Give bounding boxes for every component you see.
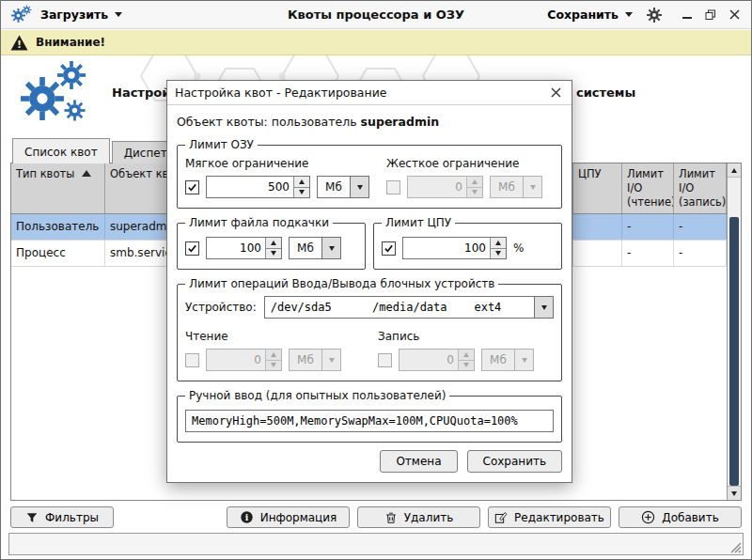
soft-limit-checkbox[interactable] <box>185 180 199 194</box>
load-menu-button[interactable]: Загрузить <box>40 8 122 22</box>
info-icon: i <box>240 510 254 524</box>
delete-label: Удалить <box>404 511 454 524</box>
cell-cpu <box>573 241 622 266</box>
io-limit-legend: Лимит операций Ввода/Вывода блочных устр… <box>185 277 498 290</box>
io-write-input <box>400 350 458 370</box>
io-write-label: Запись <box>378 330 554 343</box>
device-input[interactable] <box>264 296 535 319</box>
unit-value: Мб <box>289 349 322 371</box>
trash-icon <box>384 511 398 524</box>
dialog-save-button[interactable]: Сохранить <box>467 450 563 473</box>
minimize-button[interactable] <box>680 8 695 23</box>
filters-button[interactable]: Фильтры <box>10 506 114 528</box>
manual-input-field[interactable] <box>185 410 554 432</box>
column-label: Лимит I/O (чтение) <box>627 167 674 209</box>
add-label: Добавить <box>662 511 718 524</box>
io-write-unit-select: Мб <box>481 349 534 371</box>
soft-limit-unit-select[interactable]: Мб <box>317 176 369 198</box>
swap-limit-unit-select[interactable]: Мб <box>289 237 341 259</box>
svg-text:!: ! <box>17 39 22 51</box>
soft-limit-input[interactable] <box>207 177 293 197</box>
cpu-limit-group: Лимит ЦПУ % <box>373 216 562 270</box>
plus-circle-icon <box>641 510 655 524</box>
save-menu-button[interactable]: Сохранить <box>547 8 633 22</box>
warning-bar: ! Внимание! <box>1 30 751 55</box>
scrollbar-thumb[interactable] <box>729 217 739 486</box>
scroll-up-button[interactable] <box>728 163 741 178</box>
hard-limit-label: Жесткое ограничение <box>386 157 554 170</box>
unit-value: Мб <box>317 176 351 198</box>
spin-down-button <box>467 188 482 198</box>
quota-object-line: Объект квоты: пользователь superadmin <box>177 115 562 129</box>
column-header-cpu[interactable]: ЦПУ <box>573 163 622 213</box>
quota-edit-dialog: Настройка квот - Редактирование Объект к… <box>166 80 572 483</box>
ram-limit-group: Лимит ОЗУ Мягкое ограничение <box>177 138 562 209</box>
io-read-input <box>207 350 265 370</box>
status-bar <box>8 533 744 555</box>
resize-grip[interactable] <box>728 540 742 553</box>
cancel-button[interactable]: Отмена <box>380 450 457 473</box>
swap-limit-checkbox[interactable] <box>185 241 199 256</box>
spin-up-button[interactable] <box>266 238 281 249</box>
swap-limit-input[interactable] <box>207 238 265 258</box>
chevron-down-icon <box>625 12 633 17</box>
unit-value: Мб <box>481 349 515 371</box>
add-button[interactable]: Добавить <box>619 506 742 528</box>
unit-value: Мб <box>289 237 322 259</box>
vertical-scrollbar[interactable] <box>727 163 741 500</box>
spin-up-button <box>266 350 281 361</box>
cpu-limit-checkbox[interactable] <box>382 241 396 256</box>
tab-quota-list[interactable]: Список квот <box>12 138 110 163</box>
sort-asc-icon <box>82 170 91 177</box>
app-logo <box>16 59 106 144</box>
toolbar-spacer <box>121 506 219 528</box>
device-label: Устройство: <box>185 301 257 314</box>
filters-label: Фильтры <box>45 511 99 524</box>
dropdown-arrow-icon <box>322 349 341 371</box>
maximize-button[interactable] <box>703 8 718 23</box>
percent-label: % <box>513 241 524 255</box>
edit-button[interactable]: Редактировать <box>488 506 611 528</box>
hard-limit-unit-select: Мб <box>490 176 542 198</box>
dropdown-arrow-icon <box>515 349 534 371</box>
minimize-icon <box>682 11 692 19</box>
io-read-spinner <box>206 349 282 371</box>
column-header-io-write[interactable]: Лимит I/O (запись) <box>674 163 727 213</box>
spin-down-button[interactable] <box>294 188 309 198</box>
restore-icon <box>705 9 716 21</box>
dialog-close-button[interactable] <box>547 85 564 101</box>
column-header-io-read[interactable]: Лимит I/O (чтение) <box>622 163 674 213</box>
app-window: Загрузить Квоты процессора и ОЗУ Сохрани… <box>0 0 752 560</box>
manual-input-legend: Ручной ввод (для опытных пользователей) <box>185 389 449 402</box>
info-button[interactable]: i Информация <box>227 506 350 528</box>
spin-up-button[interactable] <box>294 177 309 188</box>
cpu-limit-input[interactable] <box>403 238 490 258</box>
ram-limit-legend: Лимит ОЗУ <box>185 138 258 151</box>
hard-limit-checkbox <box>386 180 400 194</box>
column-label: Тип квоты <box>16 167 74 180</box>
delete-button[interactable]: Удалить <box>357 506 480 528</box>
cell-io-read: - <box>622 241 674 266</box>
cpu-limit-legend: Лимит ЦПУ <box>382 216 455 229</box>
soft-limit-label: Мягкое ограничение <box>185 157 369 170</box>
scroll-down-button[interactable] <box>728 486 741 500</box>
warning-icon: ! <box>10 35 28 51</box>
hard-limit-input <box>408 177 466 197</box>
device-select[interactable] <box>264 296 554 319</box>
cell-io-write: - <box>674 214 727 240</box>
spin-down-button[interactable] <box>491 249 506 259</box>
dropdown-arrow-icon[interactable] <box>535 296 554 319</box>
settings-gear-button[interactable] <box>646 7 663 23</box>
quota-object-value: superadmin <box>361 115 440 129</box>
manual-input-group: Ручной ввод (для опытных пользователей) <box>177 389 562 443</box>
warning-text: Внимание! <box>36 36 105 49</box>
io-write-checkbox <box>378 353 392 367</box>
spin-up-button[interactable] <box>491 238 506 249</box>
close-button[interactable] <box>727 8 742 23</box>
column-header-type[interactable]: Тип квоты <box>11 163 105 213</box>
page-heading-right: системы <box>576 86 635 100</box>
cell-io-write: - <box>674 241 727 266</box>
titlebar: Загрузить Квоты процессора и ОЗУ Сохрани… <box>1 1 751 29</box>
spin-down-button[interactable] <box>266 249 281 259</box>
cell-type: Процесс <box>11 241 105 266</box>
